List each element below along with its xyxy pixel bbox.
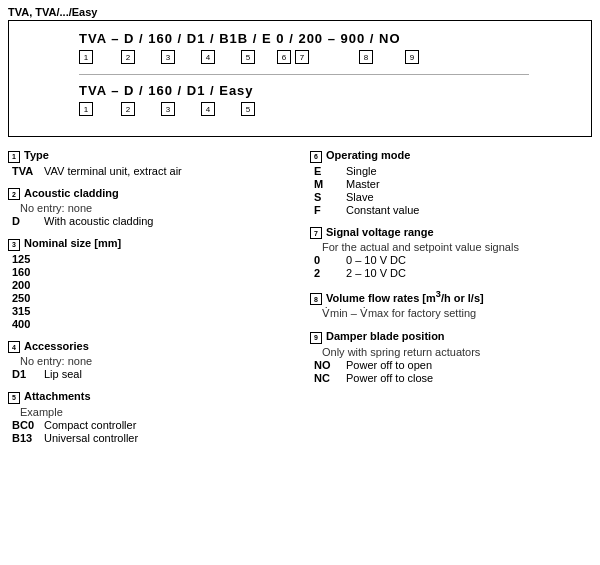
- entry-row-1-0: TVAVAV terminal unit, extract air: [8, 165, 290, 177]
- num-6: 6: [277, 50, 291, 64]
- section-header-7: 7Signal voltage range: [310, 226, 592, 240]
- section-num-5: 5: [8, 392, 20, 404]
- entry-val-5-1: Compact controller: [44, 419, 136, 431]
- num-9: 9: [405, 50, 419, 64]
- num-4: 4: [201, 50, 215, 64]
- left-column: 1TypeTVAVAV terminal unit, extract air2A…: [8, 149, 300, 454]
- section-3: 3Nominal size [mm]125160200250315400: [8, 237, 290, 330]
- entry-row-9-2: NCPower off to close: [310, 372, 592, 384]
- section-2: 2Acoustic claddingNo entry: noneDWith ac…: [8, 187, 290, 228]
- entry-val-7-1: 0 – 10 V DC: [346, 254, 406, 266]
- entry-row-3-5: 400: [8, 318, 290, 330]
- section-title-8: Volume flow rates [m3/h or l/s]: [326, 289, 484, 304]
- section-5: 5AttachmentsExampleBC0Compact controller…: [8, 390, 290, 444]
- section-num-2: 2: [8, 188, 20, 200]
- entry-key-2-1: D: [8, 215, 44, 227]
- entry-row-3-4: 315: [8, 305, 290, 317]
- section-header-2: 2Acoustic cladding: [8, 187, 290, 201]
- entry-val-4-1: Lip seal: [44, 368, 82, 380]
- diagram-box: TVA – D / 160 / D1 / B1B / E 0 / 200 – 9…: [8, 20, 592, 137]
- section-9: 9Damper blade positionOnly with spring r…: [310, 330, 592, 384]
- section-title-4: Accessories: [24, 340, 89, 352]
- entry-key-9-1: NO: [310, 359, 346, 371]
- model-line-2: TVA – D / 160 / D1 / Easy: [19, 83, 581, 98]
- entry-key-1-0: TVA: [8, 165, 44, 177]
- entry-key-3-2: 200: [8, 279, 44, 291]
- section-8: 8Volume flow rates [m3/h or l/s]V̇min – …: [310, 289, 592, 320]
- num-3: 3: [161, 50, 175, 64]
- entry-row-6-2: SSlave: [310, 191, 592, 203]
- entry-val-6-0: Single: [346, 165, 377, 177]
- entry-row-3-2: 200: [8, 279, 290, 291]
- entry-row-3-3: 250: [8, 292, 290, 304]
- entry-row-5-1: BC0Compact controller: [8, 419, 290, 431]
- section-num-9: 9: [310, 332, 322, 344]
- number-row-1: 1 2 3 4 5 6 7 8 9: [19, 50, 581, 64]
- entry-val-9-1: Power off to open: [346, 359, 432, 371]
- entry-key-3-3: 250: [8, 292, 44, 304]
- entry-key-5-2: B13: [8, 432, 44, 444]
- num-easy-3: 3: [161, 102, 175, 116]
- entry-val-7-2: 2 – 10 V DC: [346, 267, 406, 279]
- entry-key-7-2: 2: [310, 267, 346, 279]
- section-num-1: 1: [8, 151, 20, 163]
- num-8: 8: [359, 50, 373, 64]
- num-5: 5: [241, 50, 255, 64]
- entry-key-5-1: BC0: [8, 419, 44, 431]
- num-2: 2: [121, 50, 135, 64]
- num-easy-4: 4: [201, 102, 215, 116]
- section-header-9: 9Damper blade position: [310, 330, 592, 344]
- num-1: 1: [79, 50, 93, 64]
- section-num-4: 4: [8, 341, 20, 353]
- entry-key-6-2: S: [310, 191, 346, 203]
- section-header-8: 8Volume flow rates [m3/h or l/s]: [310, 289, 592, 305]
- num-easy-1: 1: [79, 102, 93, 116]
- entry-row-7-1: 00 – 10 V DC: [310, 254, 592, 266]
- num-easy-5: 5: [241, 102, 255, 116]
- content-area: 1TypeTVAVAV terminal unit, extract air2A…: [0, 145, 600, 462]
- entry-indent-5-0: Example: [8, 406, 290, 418]
- model-line-1: TVA – D / 160 / D1 / B1B / E 0 / 200 – 9…: [19, 31, 581, 46]
- section-title-3: Nominal size [mm]: [24, 237, 121, 249]
- entry-row-9-1: NOPower off to open: [310, 359, 592, 371]
- entry-row-5-2: B13Universal controller: [8, 432, 290, 444]
- entry-val-6-1: Master: [346, 178, 380, 190]
- entry-row-6-1: MMaster: [310, 178, 592, 190]
- section-7: 7Signal voltage rangeFor the actual and …: [310, 226, 592, 280]
- entry-key-3-0: 125: [8, 253, 44, 265]
- section-1: 1TypeTVAVAV terminal unit, extract air: [8, 149, 290, 177]
- entry-indent-4-0: No entry: none: [8, 355, 290, 367]
- entry-row-6-0: ESingle: [310, 165, 592, 177]
- entry-key-6-1: M: [310, 178, 346, 190]
- section-title-1: Type: [24, 149, 49, 161]
- section-header-3: 3Nominal size [mm]: [8, 237, 290, 251]
- entry-row-4-1: D1Lip seal: [8, 368, 290, 380]
- entry-key-3-5: 400: [8, 318, 44, 330]
- section-title-5: Attachments: [24, 390, 91, 402]
- entry-row-3-1: 160: [8, 266, 290, 278]
- entry-val-2-1: With acoustic cladding: [44, 215, 153, 227]
- entry-key-7-1: 0: [310, 254, 346, 266]
- divider: [79, 74, 529, 75]
- section-num-8: 8: [310, 293, 322, 305]
- section-header-1: 1Type: [8, 149, 290, 163]
- entry-row-7-2: 22 – 10 V DC: [310, 267, 592, 279]
- section-num-3: 3: [8, 239, 20, 251]
- section-4: 4AccessoriesNo entry: noneD1Lip seal: [8, 340, 290, 381]
- section-title-6: Operating mode: [326, 149, 410, 161]
- entry-row-3-0: 125: [8, 253, 290, 265]
- entry-indent-8-0: V̇min – V̇max for factory setting: [310, 307, 592, 320]
- right-column: 6Operating modeESingleMMasterSSlaveFCons…: [300, 149, 592, 454]
- section-title-2: Acoustic cladding: [24, 187, 119, 199]
- section-num-6: 6: [310, 151, 322, 163]
- entry-key-4-1: D1: [8, 368, 44, 380]
- section-title-7: Signal voltage range: [326, 226, 434, 238]
- num-7: 7: [295, 50, 309, 64]
- number-row-2: 1 2 3 4 5: [19, 102, 581, 116]
- page-title: TVA, TVA/.../Easy: [0, 0, 600, 20]
- section-header-5: 5Attachments: [8, 390, 290, 404]
- entry-row-2-1: DWith acoustic cladding: [8, 215, 290, 227]
- section-num-7: 7: [310, 227, 322, 239]
- section-header-6: 6Operating mode: [310, 149, 592, 163]
- entry-key-3-1: 160: [8, 266, 44, 278]
